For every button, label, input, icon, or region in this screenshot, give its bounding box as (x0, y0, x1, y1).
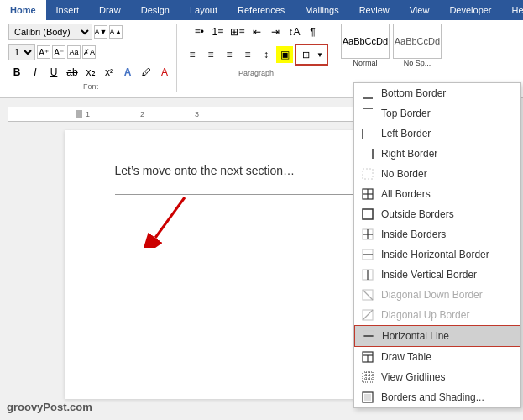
font-size-select[interactable]: 11 (8, 44, 35, 60)
menu-left-border[interactable]: Left Border (354, 123, 520, 144)
menu-no-border-label: No Border (381, 168, 427, 180)
menu-inside-v-border[interactable]: Inside Vertical Border (354, 265, 520, 285)
menu-top-border[interactable]: Top Border (354, 103, 520, 123)
menu-draw-table-label: Draw Table (381, 351, 431, 363)
change-case-button[interactable]: Aa (67, 45, 81, 59)
align-center-button[interactable]: ≡ (202, 46, 219, 63)
menu-view-gridlines[interactable]: View Gridlines (354, 367, 520, 387)
superscript-button[interactable]: x² (101, 64, 118, 81)
multilevel-button[interactable]: ⊞≡ (228, 24, 247, 40)
svg-line-17 (363, 290, 373, 300)
align-left-button[interactable]: ≡ (184, 46, 201, 63)
clear-format-button[interactable]: ✗A (82, 45, 96, 59)
shading-button[interactable]: ▣ (276, 46, 293, 63)
menu-diagonal-down: Diagonal Down Border (354, 285, 520, 305)
tab-design[interactable]: Design (131, 0, 180, 20)
bullets-button[interactable]: ≡• (191, 24, 207, 40)
menu-inside-borders[interactable]: Inside Borders (354, 224, 520, 244)
show-marks-button[interactable]: ¶ (304, 24, 321, 40)
svg-line-19 (363, 310, 373, 320)
view-grid-icon (361, 370, 374, 384)
tab-mailings[interactable]: Mailings (295, 0, 348, 20)
style-normal-label: Normal (353, 59, 377, 67)
menu-outside-borders[interactable]: Outside Borders (354, 204, 520, 224)
borders-button[interactable]: ⊞ (297, 46, 314, 63)
line-spacing-button[interactable]: ↕ (258, 46, 275, 63)
menu-inside-h-border[interactable]: Inside Horizontal Border (354, 244, 520, 265)
menu-diagonal-down-label: Diagonal Down Border (381, 289, 483, 301)
menu-right-border[interactable]: Right Border (354, 144, 520, 164)
style-nospacing-text: AaBbCcDd (395, 36, 440, 46)
italic-button[interactable]: I (27, 64, 44, 81)
justify-button[interactable]: ≡ (239, 46, 256, 63)
tab-layout[interactable]: Layout (180, 0, 228, 20)
inside-h-icon (361, 248, 374, 261)
borders-shading-icon (361, 391, 374, 404)
tab-references[interactable]: References (228, 0, 295, 20)
borders-dropdown-arrow[interactable]: ▼ (314, 46, 326, 63)
shrink-font-button[interactable]: A⁻ (52, 45, 65, 59)
strikethrough-button[interactable]: ab (64, 64, 81, 81)
style-nospacing-label: No Sp... (404, 59, 431, 67)
menu-diagonal-up: Diagonal Up Border (354, 305, 520, 325)
watermark: groovyPost.com (7, 401, 92, 413)
font-group-label: Font (83, 82, 98, 91)
numbering-button[interactable]: 1≡ (209, 24, 226, 40)
bold-button[interactable]: B (8, 64, 25, 81)
text-effects-button[interactable]: A (119, 64, 136, 81)
subscript-button[interactable]: x₂ (82, 64, 99, 81)
tab-insert[interactable]: Insert (46, 0, 90, 20)
para-align-row: ≡ ≡ ≡ ≡ ↕ ▣ ⊞ ▼ (184, 44, 328, 66)
tab-view[interactable]: View (400, 0, 440, 20)
h-line-icon (362, 329, 375, 343)
menu-no-border[interactable]: No Border (354, 164, 520, 184)
tab-draw[interactable]: Draw (89, 0, 131, 20)
borders-dropdown-menu: Bottom Border Top Border Left Border Rig… (353, 82, 521, 408)
svg-rect-31 (364, 394, 371, 401)
menu-borders-shading-label: Borders and Shading... (381, 391, 484, 403)
svg-rect-8 (363, 209, 373, 219)
style-nospacing-preview[interactable]: AaBbCcDd (393, 24, 442, 59)
menu-top-border-label: Top Border (381, 108, 431, 119)
borders-dropdown-container: ⊞ ▼ (295, 44, 328, 66)
grow-font-button[interactable]: A⁺ (37, 45, 50, 59)
highlight-button[interactable]: 🖊 (138, 64, 154, 81)
ruler-mark-1: 1 (86, 110, 90, 118)
underline-button[interactable]: U (45, 64, 62, 81)
decrease-indent-button[interactable]: ⇤ (248, 24, 265, 40)
diag-up-icon (361, 308, 374, 322)
tab-developer[interactable]: Developer (439, 0, 501, 20)
paragraph-group-label: Paragraph (238, 69, 274, 77)
tab-help[interactable]: Help (502, 0, 523, 20)
decrease-font-icon[interactable]: A▼ (94, 25, 107, 39)
menu-bottom-border[interactable]: Bottom Border (354, 83, 520, 103)
menu-all-borders[interactable]: All Borders (354, 184, 520, 204)
svg-rect-4 (363, 169, 373, 179)
font-name-select[interactable]: Calibri (Body) (8, 24, 92, 40)
menu-horizontal-line-label: Horizontal Line (382, 330, 449, 342)
menu-inside-h-border-label: Inside Horizontal Border (381, 249, 489, 260)
menu-draw-table[interactable]: Draw Table (354, 347, 520, 367)
tab-review[interactable]: Review (349, 0, 400, 20)
diag-down-icon (361, 288, 374, 302)
menu-right-border-label: Right Border (381, 148, 437, 160)
sort-button[interactable]: ↕A (285, 24, 302, 40)
ribbon-tabs-bar: Home Insert Draw Design Layout Reference… (0, 0, 523, 20)
increase-indent-button[interactable]: ⇥ (267, 24, 284, 40)
style-normal-text: AaBbCcDd (343, 36, 388, 46)
menu-borders-shading[interactable]: Borders and Shading... (354, 387, 520, 407)
para-list-row: ≡• 1≡ ⊞≡ ⇤ ⇥ ↕A ¶ (191, 24, 321, 40)
font-size-row: 11 A⁺ A⁻ Aa ✗A (8, 44, 96, 60)
align-right-button[interactable]: ≡ (221, 46, 238, 63)
tab-home[interactable]: Home (0, 0, 46, 20)
font-group: Calibri (Body) A▼ A▲ 11 A⁺ A⁻ Aa ✗A B I … (5, 24, 177, 92)
increase-font-icon[interactable]: A▲ (109, 25, 123, 39)
menu-bottom-border-label: Bottom Border (381, 87, 446, 99)
menu-diagonal-up-label: Diagonal Up Border (381, 309, 469, 321)
menu-inside-borders-label: Inside Borders (381, 228, 446, 240)
style-normal-preview[interactable]: AaBbCcDd (341, 24, 390, 59)
style-nospacing-box: AaBbCcDd No Sp... (393, 24, 442, 67)
font-color-button[interactable]: A (156, 64, 173, 81)
ruler-mark-2: 2 (140, 110, 144, 118)
menu-horizontal-line[interactable]: Horizontal Line (354, 325, 520, 347)
